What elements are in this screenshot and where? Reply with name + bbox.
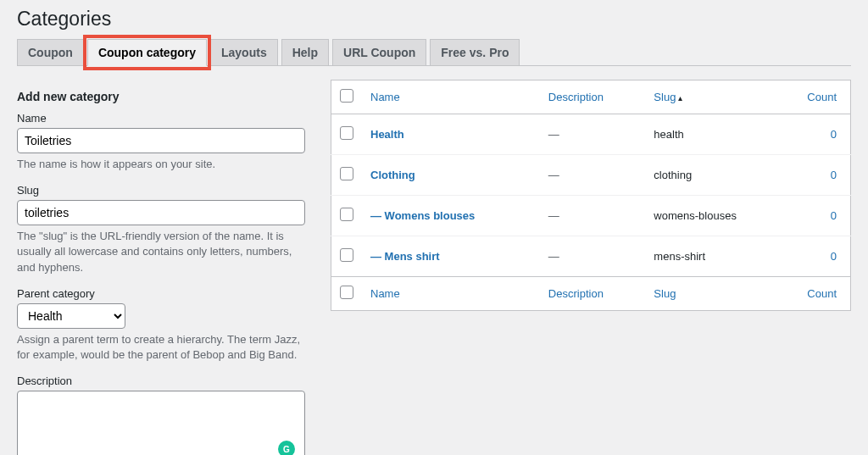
select-all-checkbox[interactable] bbox=[340, 89, 353, 103]
row-slug: mens-shirt bbox=[645, 236, 791, 277]
tab-coupon[interactable]: Coupon bbox=[17, 39, 84, 65]
desc-textarea[interactable] bbox=[17, 391, 305, 455]
tab-free-vs-pro[interactable]: Free vs. Pro bbox=[430, 39, 520, 65]
tab-url-coupon[interactable]: URL Coupon bbox=[332, 39, 426, 65]
header-slug: Slug bbox=[645, 80, 791, 114]
row-description: — bbox=[548, 128, 559, 141]
row-slug: clothing bbox=[645, 155, 791, 196]
header-name: Name bbox=[362, 80, 540, 114]
parent-help: Assign a parent term to create a hierarc… bbox=[17, 332, 305, 363]
tab-help[interactable]: Help bbox=[281, 39, 329, 65]
desc-label: Description bbox=[17, 375, 305, 387]
row-count[interactable]: 0 bbox=[831, 209, 837, 222]
footer-slug[interactable]: Slug bbox=[654, 287, 676, 300]
table-row: — Womens blouses — womens-blouses 0 bbox=[331, 196, 851, 236]
categories-table: Name Description Slug Count Health — hea… bbox=[331, 80, 851, 311]
tab-coupon-category[interactable]: Coupon category bbox=[87, 39, 207, 66]
header-count: Count bbox=[792, 80, 851, 114]
row-checkbox[interactable] bbox=[340, 167, 353, 180]
tab-layouts[interactable]: Layouts bbox=[210, 39, 278, 65]
row-name[interactable]: Clothing bbox=[370, 169, 415, 181]
header-description: Description bbox=[540, 80, 646, 114]
row-description: — bbox=[548, 169, 559, 181]
parent-select[interactable]: Health bbox=[17, 303, 125, 329]
row-count[interactable]: 0 bbox=[831, 169, 837, 181]
name-help: The name is how it appears on your site. bbox=[17, 157, 305, 172]
row-name[interactable]: Health bbox=[370, 128, 404, 141]
row-name[interactable]: — Womens blouses bbox=[370, 209, 475, 222]
tab-nav: Coupon Coupon category Layouts Help URL … bbox=[17, 39, 851, 66]
row-count[interactable]: 0 bbox=[831, 250, 837, 263]
table-row: — Mens shirt — mens-shirt 0 bbox=[331, 236, 851, 277]
table-row: Clothing — clothing 0 bbox=[331, 155, 851, 196]
slug-help: The "slug" is the URL-friendly version o… bbox=[17, 229, 305, 275]
slug-label: Slug bbox=[17, 184, 305, 197]
row-slug: health bbox=[645, 114, 791, 155]
row-checkbox[interactable] bbox=[340, 126, 353, 140]
table-row: Health — health 0 bbox=[331, 114, 851, 155]
row-slug: womens-blouses bbox=[645, 196, 791, 236]
slug-input[interactable] bbox=[17, 200, 305, 225]
row-count[interactable]: 0 bbox=[831, 128, 837, 141]
footer-name[interactable]: Name bbox=[370, 287, 400, 300]
row-checkbox[interactable] bbox=[340, 248, 353, 262]
name-input[interactable] bbox=[17, 128, 305, 153]
footer-description[interactable]: Description bbox=[548, 287, 604, 300]
form-heading: Add new category bbox=[17, 90, 305, 103]
row-checkbox[interactable] bbox=[340, 208, 353, 221]
parent-label: Parent category bbox=[17, 287, 305, 300]
name-label: Name bbox=[17, 112, 305, 125]
footer-count[interactable]: Count bbox=[807, 287, 837, 300]
row-description: — bbox=[548, 209, 559, 222]
page-title: Categories bbox=[17, 0, 851, 34]
row-description: — bbox=[548, 250, 559, 263]
row-name[interactable]: — Mens shirt bbox=[370, 250, 440, 263]
select-all-footer-checkbox[interactable] bbox=[340, 286, 353, 299]
